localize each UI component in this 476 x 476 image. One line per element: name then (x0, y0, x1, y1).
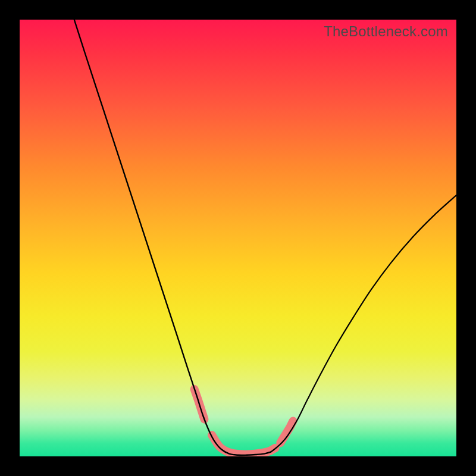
highlight-trough-segment (212, 435, 275, 455)
plot-area: TheBottleneck.com (20, 20, 456, 456)
chart-frame: TheBottleneck.com (0, 0, 476, 476)
highlight-right-segment (280, 421, 293, 443)
curve-right-branch (271, 195, 456, 452)
curve-left-branch (74, 20, 271, 455)
chart-svg (20, 20, 456, 456)
